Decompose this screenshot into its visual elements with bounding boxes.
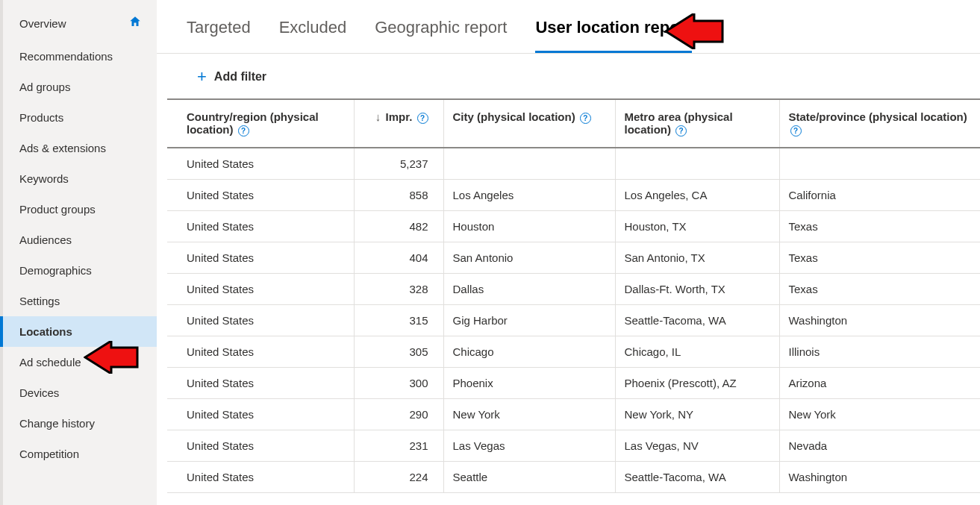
cell-impr: 224	[354, 461, 443, 492]
sidebar-item-label: Ad schedule	[19, 356, 81, 368]
cell-country: United States	[167, 210, 354, 242]
col-country[interactable]: Country/region (physical location) ?	[167, 99, 354, 148]
cell-state: Washington	[779, 461, 980, 492]
col-state[interactable]: State/province (physical location) ?	[779, 99, 980, 148]
sidebar-item-devices[interactable]: Devices	[0, 377, 157, 408]
cell-metro: Dallas-Ft. Worth, TX	[615, 273, 779, 304]
add-filter-button[interactable]: + Add filter	[197, 69, 266, 85]
sidebar-item-audiences[interactable]: Audiences	[0, 225, 157, 255]
home-icon	[128, 15, 142, 32]
help-icon[interactable]: ?	[238, 125, 249, 137]
cell-country: United States	[167, 461, 354, 492]
table-row[interactable]: United States315Gig HarborSeattle-Tacoma…	[167, 304, 980, 336]
add-filter-label: Add filter	[214, 70, 266, 84]
sidebar-item-demographics[interactable]: Demographics	[0, 255, 157, 286]
sidebar-item-label: Overview	[19, 17, 66, 30]
cell-country: United States	[167, 367, 354, 398]
sidebar-item-ads-extensions[interactable]: Ads & extensions	[0, 133, 157, 163]
table-row[interactable]: United States305ChicagoChicago, ILIllino…	[167, 336, 980, 367]
cell-impr: 305	[354, 336, 443, 367]
cell-impr: 482	[354, 210, 443, 242]
help-icon[interactable]: ?	[580, 113, 591, 124]
cell-state: Texas	[779, 273, 980, 304]
cell-metro: Las Vegas, NV	[615, 430, 779, 461]
sidebar-item-label: Products	[19, 111, 63, 124]
sidebar-item-recommendations[interactable]: Recommendations	[0, 41, 157, 72]
cell-impr: 231	[354, 430, 443, 461]
sort-desc-icon: ↓	[375, 110, 381, 123]
cell-country: United States	[167, 242, 354, 273]
col-state-label: State/province (physical location)	[789, 110, 967, 123]
plus-icon: +	[197, 69, 207, 85]
help-icon[interactable]: ?	[675, 125, 687, 137]
cell-impr: 290	[354, 398, 443, 430]
table-row[interactable]: United States858Los AngelesLos Angeles, …	[167, 179, 980, 210]
col-impr-label: Impr.	[385, 110, 412, 123]
cell-metro: Seattle-Tacoma, WA	[615, 461, 779, 492]
sidebar-item-ad-groups[interactable]: Ad groups	[0, 72, 157, 102]
sidebar-item-label: Audiences	[19, 233, 72, 246]
cell-metro: Los Angeles, CA	[615, 179, 779, 210]
help-icon[interactable]: ?	[790, 125, 802, 137]
cell-city: New York	[443, 398, 615, 430]
tab-bar: TargetedExcludedGeographic reportUser lo…	[157, 0, 980, 54]
cell-state: Texas	[779, 210, 980, 242]
sidebar-item-ad-schedule[interactable]: Ad schedule	[0, 347, 157, 377]
cell-state: Illinois	[779, 336, 980, 367]
sidebar-item-overview[interactable]: Overview	[0, 6, 157, 41]
tab-geographic-report[interactable]: Geographic report	[375, 18, 507, 53]
tab-targeted[interactable]: Targeted	[187, 18, 251, 53]
cell-metro: Seattle-Tacoma, WA	[615, 304, 779, 336]
sidebar-item-product-groups[interactable]: Product groups	[0, 194, 157, 225]
cell-city: Seattle	[443, 461, 615, 492]
cell-metro: New York, NY	[615, 398, 779, 430]
col-city-label: City (physical location)	[453, 110, 575, 123]
cell-city: Los Angeles	[443, 179, 615, 210]
tab-excluded[interactable]: Excluded	[279, 18, 347, 53]
sidebar-item-label: Ads & extensions	[19, 142, 106, 154]
table-row[interactable]: United States5,237	[167, 148, 980, 180]
table-row[interactable]: United States224SeattleSeattle-Tacoma, W…	[167, 461, 980, 492]
table-row[interactable]: United States328DallasDallas-Ft. Worth, …	[167, 273, 980, 304]
sidebar-item-change-history[interactable]: Change history	[0, 408, 157, 439]
table-row[interactable]: United States231Las VegasLas Vegas, NVNe…	[167, 430, 980, 461]
cell-metro	[615, 148, 779, 180]
cell-state: Nevada	[779, 430, 980, 461]
sidebar-item-label: Devices	[19, 386, 59, 399]
cell-country: United States	[167, 179, 354, 210]
table-row[interactable]: United States300PhoenixPhoenix (Prescott…	[167, 367, 980, 398]
table-row[interactable]: United States404San AntonioSan Antonio, …	[167, 242, 980, 273]
sidebar-item-keywords[interactable]: Keywords	[0, 163, 157, 194]
cell-city: Chicago	[443, 336, 615, 367]
cell-city: Dallas	[443, 273, 615, 304]
tab-user-location-report[interactable]: User location report	[535, 18, 691, 53]
sidebar-item-label: Competition	[19, 448, 79, 460]
cell-impr: 328	[354, 273, 443, 304]
cell-state: Washington	[779, 304, 980, 336]
sidebar-item-products[interactable]: Products	[0, 102, 157, 133]
col-metro[interactable]: Metro area (physical location) ?	[615, 99, 779, 148]
cell-state: Texas	[779, 242, 980, 273]
table-header-row: Country/region (physical location) ? ↓ I…	[167, 99, 980, 148]
col-impr[interactable]: ↓ Impr. ?	[354, 99, 443, 148]
col-city[interactable]: City (physical location) ?	[443, 99, 615, 148]
sidebar-item-label: Ad groups	[19, 81, 70, 93]
sidebar-item-competition[interactable]: Competition	[0, 439, 157, 469]
table-row[interactable]: United States290New YorkNew York, NYNew …	[167, 398, 980, 430]
sidebar-item-locations[interactable]: Locations	[0, 316, 157, 347]
cell-country: United States	[167, 430, 354, 461]
sidebar-item-settings[interactable]: Settings	[0, 286, 157, 316]
table-row[interactable]: United States482HoustonHouston, TXTexas	[167, 210, 980, 242]
cell-metro: Houston, TX	[615, 210, 779, 242]
cell-metro: San Antonio, TX	[615, 242, 779, 273]
cell-impr: 858	[354, 179, 443, 210]
cell-country: United States	[167, 304, 354, 336]
main-content: TargetedExcludedGeographic reportUser lo…	[157, 0, 980, 505]
cell-metro: Chicago, IL	[615, 336, 779, 367]
cell-country: United States	[167, 148, 354, 180]
col-country-label: Country/region (physical location)	[187, 110, 319, 136]
cell-state: Arizona	[779, 367, 980, 398]
help-icon[interactable]: ?	[417, 113, 428, 124]
table-wrap: Country/region (physical location) ? ↓ I…	[157, 98, 980, 505]
cell-state	[779, 148, 980, 180]
